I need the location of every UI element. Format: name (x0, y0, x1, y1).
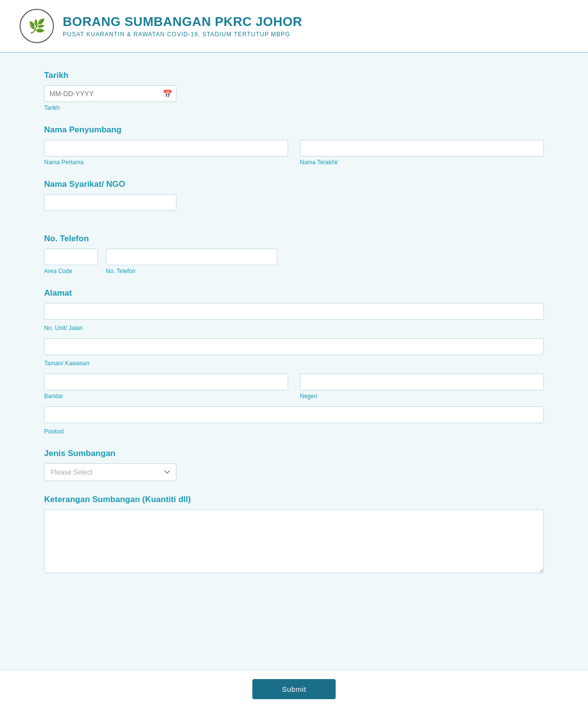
logo-icon: 🌿 (28, 18, 46, 34)
tarikh-wrapper: 📅 (44, 85, 176, 102)
keterangan-section: Keterangan Sumbangan (Kuantiti dll) (44, 495, 544, 575)
telefon-row: Area Code No. Telefon (44, 249, 544, 275)
submit-button[interactable]: Submit (252, 679, 336, 699)
nama-row: Nama Pertama Nama Terakhir (44, 140, 544, 166)
nama-pertama-input[interactable] (44, 140, 288, 156)
taman-input[interactable] (44, 338, 544, 355)
area-code-label: Area Code (44, 268, 98, 275)
telefon-field-label: No. Telefon (106, 268, 544, 275)
keterangan-label: Keterangan Sumbangan (Kuantiti dll) (44, 495, 544, 505)
nama-penyumbang-section: Nama Penyumbang Nama Pertama Nama Terakh… (44, 125, 544, 166)
taman-label: Taman/ Kawasan (44, 360, 544, 367)
nama-syarikat-label: Nama Syarikat/ NGO (44, 179, 544, 189)
tarikh-input[interactable] (44, 85, 176, 102)
footer: Submit (0, 670, 588, 708)
nama-pertama-col: Nama Pertama (44, 140, 288, 166)
nama-terakhir-input[interactable] (300, 140, 544, 156)
bandar-negeri-row: Bandar Negeri (44, 374, 544, 400)
negeri-col: Negeri (300, 374, 544, 400)
nama-syarikat-section: Nama Syarikat/ NGO (44, 179, 544, 220)
bandar-input[interactable] (44, 374, 288, 390)
negeri-input[interactable] (300, 374, 544, 390)
telefon-section: No. Telefon Area Code No. Telefon (44, 234, 544, 275)
telefon-input[interactable] (106, 249, 277, 265)
telefon-section-label: No. Telefon (44, 234, 544, 244)
page-header: 🌿 BORANG SUMBANGAN PKRC JOHOR PUSAT KUAR… (0, 0, 588, 53)
area-code-input[interactable] (44, 249, 98, 265)
alamat-section-label: Alamat (44, 288, 544, 298)
page-subtitle: PUSAT KUARANTIN & RAWATAN COVID-19, STAD… (63, 31, 302, 38)
area-code-col: Area Code (44, 249, 98, 275)
no-unit-label: No. Unit/ Jalan (44, 325, 544, 331)
jenis-sumbangan-section: Jenis Sumbangan Please Select Wang Tunai… (44, 449, 544, 481)
jenis-sumbangan-select[interactable]: Please Select Wang Tunai Makanan Perubat… (44, 463, 176, 481)
no-unit-input[interactable] (44, 303, 544, 320)
keterangan-textarea[interactable] (44, 509, 544, 573)
poskod-label: Poskod (44, 428, 544, 435)
main-content: Tarikh 📅 Tarikh Nama Penyumbang Nama Per… (24, 53, 564, 648)
tarikh-field-label: Tarikh (44, 104, 544, 111)
alamat-section: Alamat No. Unit/ Jalan Taman/ Kawasan Ba… (44, 288, 544, 435)
nama-pertama-label: Nama Pertama (44, 159, 288, 166)
header-text: BORANG SUMBANGAN PKRC JOHOR PUSAT KUARAN… (63, 14, 302, 38)
nama-terakhir-col: Nama Terakhir (300, 140, 544, 166)
bandar-label: Bandar (44, 393, 288, 400)
tarikh-section: Tarikh 📅 Tarikh (44, 71, 544, 111)
page-title: BORANG SUMBANGAN PKRC JOHOR (63, 14, 302, 29)
nama-penyumbang-label: Nama Penyumbang (44, 125, 544, 135)
jenis-sumbangan-label: Jenis Sumbangan (44, 449, 544, 458)
nama-terakhir-label: Nama Terakhir (300, 159, 544, 166)
tarikh-section-label: Tarikh (44, 71, 544, 80)
poskod-input[interactable] (44, 406, 544, 423)
bandar-col: Bandar (44, 374, 288, 400)
telefon-col: No. Telefon (106, 249, 544, 275)
nama-syarikat-field-label (44, 213, 544, 220)
negeri-label: Negeri (300, 393, 544, 400)
logo: 🌿 (20, 9, 54, 43)
nama-syarikat-input[interactable] (44, 194, 176, 211)
